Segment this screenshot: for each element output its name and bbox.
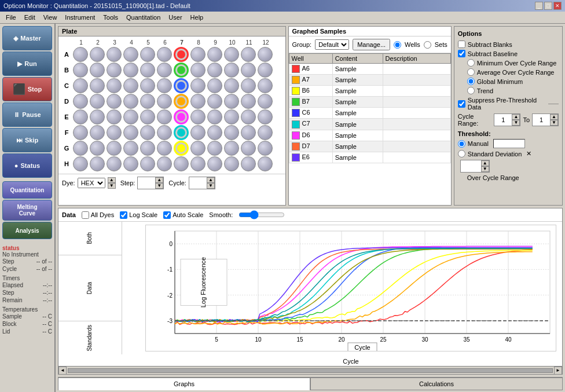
well[interactable] <box>140 94 155 109</box>
cycle-down[interactable]: ▼ <box>207 183 215 189</box>
well[interactable] <box>107 94 122 109</box>
smooth-slider[interactable] <box>239 210 285 219</box>
well[interactable] <box>174 78 189 93</box>
well[interactable] <box>107 78 122 93</box>
well[interactable] <box>190 63 206 78</box>
well[interactable] <box>258 156 273 171</box>
cycle-from-input[interactable] <box>494 116 512 124</box>
well[interactable] <box>241 141 256 156</box>
well[interactable] <box>157 109 172 124</box>
well[interactable] <box>123 94 138 109</box>
log-scale-label[interactable]: Log Scale <box>120 211 157 219</box>
manual-value-input[interactable]: 0.001 <box>493 139 525 148</box>
well[interactable] <box>174 156 189 171</box>
close-button[interactable]: ✕ <box>553 2 562 10</box>
log-scale-checkbox[interactable] <box>120 211 127 219</box>
well[interactable] <box>224 156 239 171</box>
well[interactable] <box>90 78 105 93</box>
well[interactable] <box>140 125 155 140</box>
cycle-input[interactable]: 1 <box>189 179 207 187</box>
well[interactable] <box>140 78 155 93</box>
menu-item-instrument[interactable]: Instrument <box>61 13 98 22</box>
well[interactable] <box>241 94 256 109</box>
well[interactable] <box>73 78 88 93</box>
well[interactable] <box>174 109 189 124</box>
auto-scale-checkbox[interactable] <box>163 211 171 219</box>
scroll-right[interactable]: ► <box>554 367 562 375</box>
table-row[interactable]: D7Sample <box>289 141 450 152</box>
manual-radio[interactable] <box>458 140 465 148</box>
well[interactable] <box>241 78 256 93</box>
maximize-button[interactable]: □ <box>544 2 552 10</box>
well[interactable] <box>90 109 105 124</box>
well[interactable] <box>157 63 172 78</box>
global-minimum-radio[interactable] <box>467 78 475 85</box>
well[interactable] <box>73 156 88 171</box>
well[interactable] <box>157 156 172 171</box>
well[interactable] <box>258 94 273 109</box>
well[interactable] <box>241 109 256 124</box>
well[interactable] <box>258 125 273 140</box>
well[interactable] <box>90 63 105 78</box>
well[interactable] <box>174 47 189 62</box>
well[interactable] <box>140 141 155 156</box>
well[interactable] <box>107 125 122 140</box>
well[interactable] <box>241 47 256 62</box>
well[interactable] <box>224 125 239 140</box>
well[interactable] <box>224 94 239 109</box>
avg-over-cycle-radio[interactable] <box>467 68 475 76</box>
well[interactable] <box>190 47 206 62</box>
well[interactable] <box>90 156 105 171</box>
step-input[interactable]: 4 <box>138 179 155 187</box>
well[interactable] <box>107 109 122 124</box>
well[interactable] <box>157 47 172 62</box>
well[interactable] <box>73 125 88 140</box>
well[interactable] <box>140 47 155 62</box>
analysis-button[interactable]: Analysis <box>2 222 52 239</box>
well[interactable] <box>73 47 88 62</box>
graphs-tab[interactable]: Graphs <box>58 378 310 390</box>
well[interactable] <box>224 109 239 124</box>
well[interactable] <box>190 141 206 156</box>
well[interactable] <box>123 47 138 62</box>
well[interactable] <box>157 94 172 109</box>
well[interactable] <box>140 63 155 78</box>
well[interactable] <box>207 141 222 156</box>
well[interactable] <box>190 156 206 171</box>
well[interactable] <box>174 94 189 109</box>
dye-down[interactable]: ▼ <box>108 183 116 189</box>
trend-radio[interactable] <box>467 87 475 94</box>
well[interactable] <box>174 125 189 140</box>
wells-radio[interactable] <box>394 41 401 49</box>
well[interactable] <box>107 47 122 62</box>
std-dev-radio[interactable] <box>458 150 465 157</box>
std-dev-input[interactable]: 1.00 <box>461 162 481 170</box>
cycle-to-down[interactable]: ▼ <box>550 120 558 126</box>
well[interactable] <box>174 63 189 78</box>
table-row[interactable]: C7Sample <box>289 119 450 130</box>
well[interactable] <box>190 125 206 140</box>
menu-item-view[interactable]: View <box>40 13 61 22</box>
subtract-blanks-checkbox[interactable] <box>458 41 465 48</box>
well[interactable] <box>140 156 155 171</box>
well[interactable] <box>73 109 88 124</box>
well[interactable] <box>258 63 273 78</box>
stop-button[interactable]: ⬛ Stop <box>2 77 52 101</box>
menu-item-file[interactable]: File <box>2 13 20 22</box>
dye-up[interactable]: ▲ <box>108 177 116 183</box>
well[interactable] <box>207 94 222 109</box>
well[interactable] <box>207 125 222 140</box>
std-dev-down[interactable]: ▼ <box>481 166 489 172</box>
cycle-to-up[interactable]: ▲ <box>550 114 558 120</box>
well[interactable] <box>90 47 105 62</box>
step-up[interactable]: ▲ <box>155 177 163 183</box>
well[interactable] <box>123 63 138 78</box>
cycle-from-up[interactable]: ▲ <box>512 114 520 120</box>
menu-item-quantitation[interactable]: Quantitation <box>123 13 164 22</box>
well[interactable] <box>73 94 88 109</box>
menu-item-help[interactable]: Help <box>187 13 207 22</box>
scroll-track[interactable] <box>68 368 553 373</box>
well[interactable] <box>73 63 88 78</box>
scroll-left[interactable]: ◄ <box>58 367 67 375</box>
min-over-cycle-radio[interactable] <box>467 59 475 67</box>
